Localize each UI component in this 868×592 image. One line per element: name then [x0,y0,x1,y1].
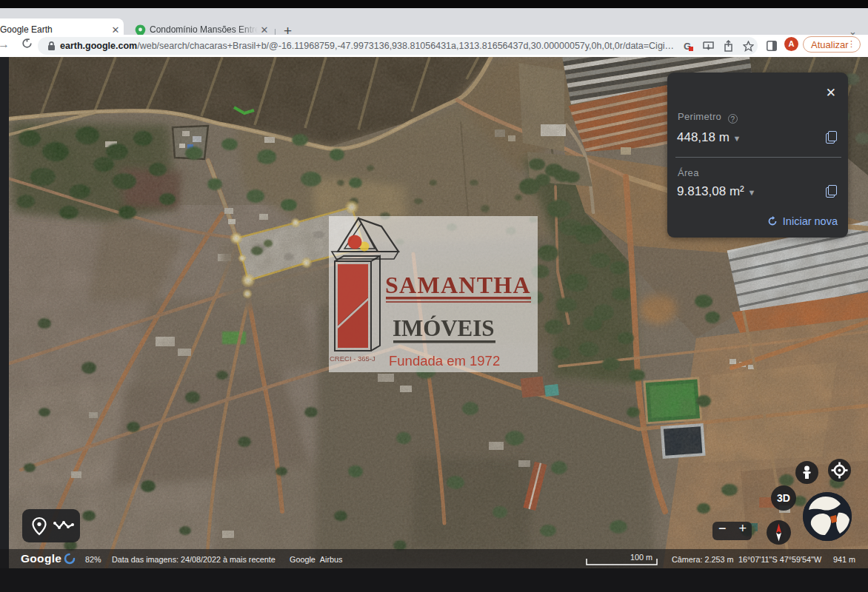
svg-text:SAMANTHA: SAMANTHA [385,272,530,298]
svg-text:IMÓVEIS: IMÓVEIS [393,315,495,341]
svg-text:Fundada em 1972: Fundada em 1972 [389,353,500,369]
svg-text:CRECI - 365-J: CRECI - 365-J [330,354,375,363]
